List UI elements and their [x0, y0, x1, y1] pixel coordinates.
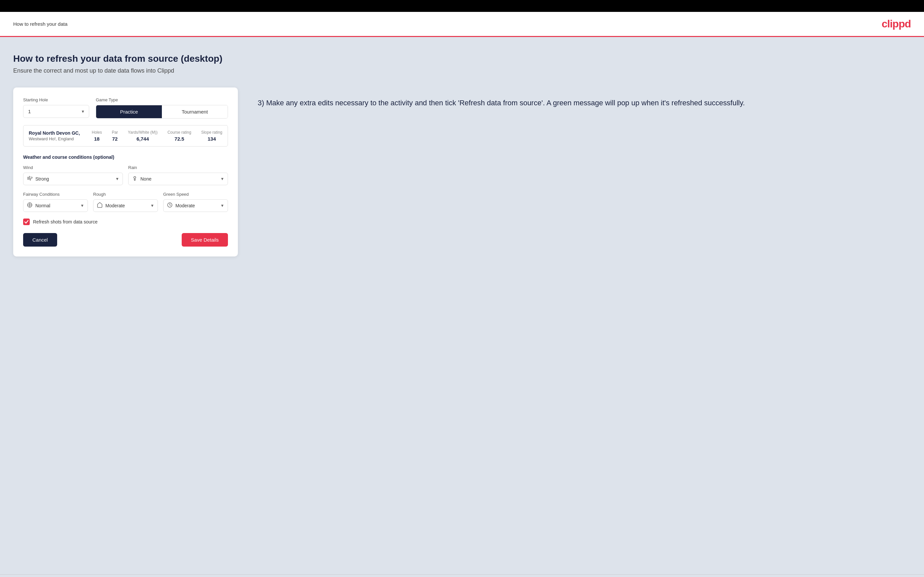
surface-row: Fairway Conditions Normal Soft Hard ▼: [23, 192, 228, 212]
yards-label: Yards/White (M)): [128, 130, 158, 135]
fairway-arrow-icon: ▼: [80, 203, 84, 208]
rain-label: Rain: [128, 165, 228, 170]
green-speed-select[interactable]: Moderate Slow Fast: [175, 200, 216, 211]
wind-label: Wind: [23, 165, 123, 170]
rain-select-wrapper[interactable]: None Light Heavy ▼: [128, 172, 228, 185]
starting-hole-group: Starting Hole 1 2 10 ▼: [23, 97, 89, 119]
logo: clippd: [882, 18, 911, 30]
game-type-group: Game Type Practice Tournament: [96, 97, 228, 119]
wind-select[interactable]: Strong Mild None: [36, 173, 111, 185]
rain-icon: [132, 175, 138, 182]
cancel-button[interactable]: Cancel: [23, 233, 57, 247]
green-speed-arrow-icon: ▼: [220, 203, 224, 208]
game-type-buttons: Practice Tournament: [96, 105, 228, 119]
top-form-row: Starting Hole 1 2 10 ▼ Game Type Practic…: [23, 97, 228, 119]
par-value: 72: [111, 136, 118, 142]
footer: Copyright Clippd 2022: [0, 574, 924, 577]
action-buttons: Cancel Save Details: [23, 233, 228, 247]
par-label: Par: [111, 130, 118, 135]
course-rating-label: Course rating: [168, 130, 191, 135]
green-speed-icon: [167, 202, 173, 209]
fairway-select-wrapper[interactable]: Normal Soft Hard ▼: [23, 199, 88, 212]
slope-rating-stat: Slope rating 134: [201, 130, 222, 142]
green-speed-select-wrapper[interactable]: Moderate Slow Fast ▼: [163, 199, 228, 212]
header-title: How to refresh your data: [13, 21, 68, 27]
course-rating-value: 72.5: [168, 136, 191, 142]
refresh-checkbox[interactable]: [23, 219, 30, 225]
side-description: 3) Make any extra edits necessary to the…: [258, 97, 911, 108]
side-text: 3) Make any extra edits necessary to the…: [258, 87, 911, 108]
main-content: How to refresh your data from source (de…: [0, 37, 924, 574]
course-rating-stat: Course rating 72.5: [168, 130, 191, 142]
holes-label: Holes: [92, 130, 102, 135]
green-speed-label: Green Speed: [163, 192, 228, 197]
fairway-group: Fairway Conditions Normal Soft Hard ▼: [23, 192, 88, 212]
tournament-button[interactable]: Tournament: [162, 105, 228, 118]
slope-rating-value: 134: [201, 136, 222, 142]
slope-rating-label: Slope rating: [201, 130, 222, 135]
game-type-label: Game Type: [96, 97, 228, 102]
page-title: How to refresh your data from source (de…: [13, 53, 911, 64]
rough-group: Rough Moderate Light Heavy ▼: [93, 192, 158, 212]
par-stat: Par 72: [111, 130, 118, 142]
fairway-label: Fairway Conditions: [23, 192, 88, 197]
svg-point-0: [134, 177, 136, 179]
starting-hole-select-wrapper[interactable]: 1 2 10 ▼: [23, 105, 89, 118]
rain-arrow-icon: ▼: [220, 177, 224, 181]
rain-group: Rain None Light Heavy ▼: [128, 165, 228, 185]
conditions-section-title: Weather and course conditions (optional): [23, 155, 228, 160]
fairway-icon: [27, 202, 33, 209]
starting-hole-select[interactable]: 1 2 10: [23, 105, 89, 118]
course-info-row: Royal North Devon GC, Westward Ho!, Engl…: [23, 125, 228, 147]
rain-select[interactable]: None Light Heavy: [141, 173, 216, 185]
header: How to refresh your data clippd: [0, 12, 924, 37]
rough-select[interactable]: Moderate Light Heavy: [105, 200, 146, 211]
rough-select-wrapper[interactable]: Moderate Light Heavy ▼: [93, 199, 158, 212]
rough-label: Rough: [93, 192, 158, 197]
wind-group: Wind Strong Mild None ▼: [23, 165, 123, 185]
course-location: Westward Ho!, England: [29, 136, 80, 141]
wind-arrow-icon: ▼: [115, 177, 119, 181]
starting-hole-label: Starting Hole: [23, 97, 89, 102]
green-speed-group: Green Speed Moderate Slow Fast ▼: [163, 192, 228, 212]
yards-value: 6,744: [128, 136, 158, 142]
wind-icon: [27, 175, 33, 182]
course-name: Royal North Devon GC,: [29, 131, 80, 136]
course-stats: Holes 18 Par 72 Yards/White (M)) 6,744 C…: [92, 130, 222, 142]
wind-select-wrapper[interactable]: Strong Mild None ▼: [23, 172, 123, 185]
form-card: Starting Hole 1 2 10 ▼ Game Type Practic…: [13, 87, 238, 256]
holes-value: 18: [92, 136, 102, 142]
page-subtitle: Ensure the correct and most up to date d…: [13, 67, 911, 74]
fairway-select[interactable]: Normal Soft Hard: [36, 200, 76, 211]
refresh-checkbox-label: Refresh shots from data source: [33, 219, 97, 224]
yards-stat: Yards/White (M)) 6,744: [128, 130, 158, 142]
refresh-checkbox-row: Refresh shots from data source: [23, 219, 228, 225]
content-area: Starting Hole 1 2 10 ▼ Game Type Practic…: [13, 87, 911, 256]
holes-stat: Holes 18: [92, 130, 102, 142]
practice-button[interactable]: Practice: [96, 105, 162, 118]
course-info-left: Royal North Devon GC, Westward Ho!, Engl…: [29, 131, 80, 141]
rough-arrow-icon: ▼: [150, 203, 154, 208]
weather-row: Wind Strong Mild None ▼ Rain: [23, 165, 228, 185]
save-details-button[interactable]: Save Details: [182, 233, 228, 247]
top-bar: [0, 0, 924, 12]
rough-icon: [97, 202, 103, 209]
